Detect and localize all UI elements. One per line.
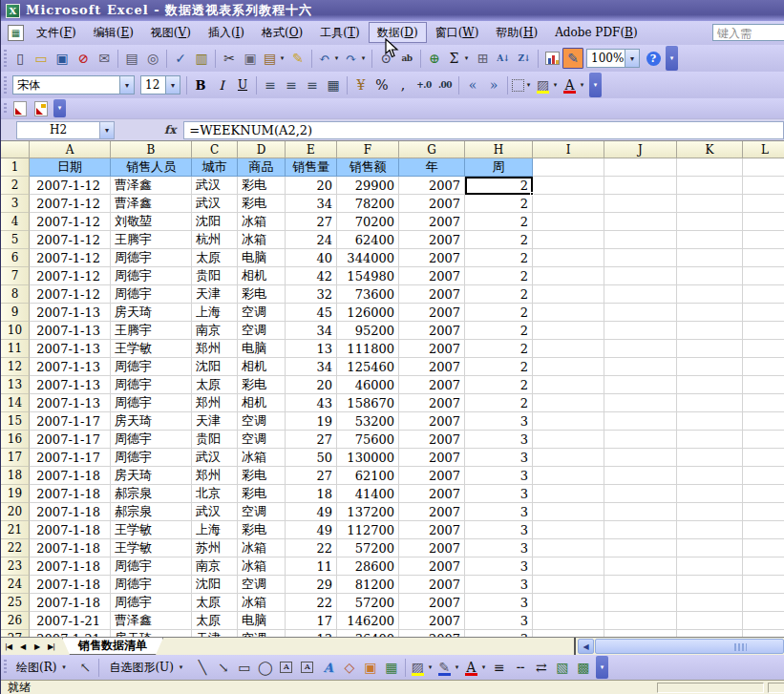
- cell-J1[interactable]: [604, 158, 677, 177]
- cell-B21[interactable]: 王学敏: [111, 521, 192, 539]
- cell-I7[interactable]: [533, 267, 604, 285]
- row-header-6[interactable]: 6: [1, 249, 30, 267]
- cell-D15[interactable]: 空调: [238, 412, 286, 431]
- cell-L6[interactable]: [743, 249, 784, 267]
- cell-H14[interactable]: 2: [465, 394, 533, 412]
- cell-B19[interactable]: 郝宗泉: [111, 485, 192, 503]
- cell-A11[interactable]: 2007-1-13: [30, 340, 111, 358]
- dropdown-arrow-icon[interactable]: ▾: [332, 54, 341, 62]
- cell-H19[interactable]: 3: [465, 485, 533, 503]
- cell-D25[interactable]: 冰箱: [238, 594, 286, 612]
- cell-J21[interactable]: [604, 521, 677, 539]
- toolbar-options-button[interactable]: ▾: [666, 46, 678, 71]
- cell-E20[interactable]: 49: [286, 503, 337, 521]
- cell-G5[interactable]: 2007: [399, 231, 465, 249]
- cell-H5[interactable]: 2: [465, 231, 533, 249]
- cell-C18[interactable]: 郑州: [192, 467, 238, 485]
- cell-B6[interactable]: 周德宇: [111, 249, 192, 267]
- cell-B4[interactable]: 刘敬堃: [111, 213, 192, 231]
- cell-C5[interactable]: 杭州: [192, 231, 238, 249]
- cell-G1[interactable]: 年: [399, 158, 465, 177]
- cell-F7[interactable]: 154980: [337, 267, 399, 285]
- cell-E3[interactable]: 34: [286, 195, 337, 213]
- underline-button[interactable]: U: [232, 74, 253, 95]
- cell-J17[interactable]: [604, 449, 677, 467]
- cell-J19[interactable]: [604, 485, 677, 503]
- row-header-11[interactable]: 11: [1, 340, 30, 358]
- cell-I26[interactable]: [533, 612, 604, 630]
- cell-H12[interactable]: 2: [465, 358, 533, 376]
- cell-J26[interactable]: [604, 612, 677, 630]
- row-header-14[interactable]: 14: [1, 394, 30, 412]
- cell-I21[interactable]: [533, 521, 604, 539]
- cell-H25[interactable]: 3: [465, 594, 533, 612]
- convert-and-email-pdf-button[interactable]: [31, 98, 52, 119]
- cell-E7[interactable]: 42: [286, 267, 337, 285]
- cell-K17[interactable]: [677, 449, 743, 467]
- cell-F6[interactable]: 344000: [337, 249, 399, 267]
- cell-H16[interactable]: 3: [465, 431, 533, 449]
- cell-G24[interactable]: 2007: [399, 576, 465, 594]
- sort-ascending-button[interactable]: A↓: [493, 48, 514, 69]
- cell-H3[interactable]: 2: [465, 195, 533, 213]
- cell-D27[interactable]: 空调: [238, 630, 286, 637]
- cell-L13[interactable]: [743, 376, 784, 394]
- cell-L12[interactable]: [743, 358, 784, 376]
- cell-C22[interactable]: 苏州: [192, 539, 238, 557]
- cell-E22[interactable]: 22: [286, 539, 337, 557]
- cell-E8[interactable]: 32: [286, 285, 337, 304]
- cell-A26[interactable]: 2007-1-21: [30, 612, 111, 630]
- scroll-left-icon[interactable]: ◀: [578, 639, 594, 654]
- cell-D2[interactable]: 彩电: [238, 177, 286, 195]
- cell-H21[interactable]: 3: [465, 521, 533, 539]
- cell-I22[interactable]: [533, 539, 604, 557]
- row-header-17[interactable]: 17: [1, 449, 30, 467]
- cell-I14[interactable]: [533, 394, 604, 412]
- menu-item[interactable]: 编辑(E): [85, 22, 142, 43]
- dropdown-arrow-icon[interactable]: ▾: [177, 663, 185, 671]
- row-header-18[interactable]: 18: [1, 467, 30, 485]
- cell-K22[interactable]: [677, 539, 743, 557]
- cell-G6[interactable]: 2007: [399, 249, 465, 267]
- row-header-22[interactable]: 22: [1, 539, 30, 557]
- cell-I20[interactable]: [533, 503, 604, 521]
- cell-A19[interactable]: 2007-1-18: [30, 485, 111, 503]
- cell-H4[interactable]: 2: [465, 213, 533, 231]
- cell-E13[interactable]: 20: [286, 376, 337, 394]
- cell-L27[interactable]: [743, 630, 784, 637]
- next-sheet-button[interactable]: ▶: [30, 638, 44, 655]
- cell-G11[interactable]: 2007: [399, 340, 465, 358]
- cell-D8[interactable]: 彩电: [238, 285, 286, 304]
- cell-H22[interactable]: 3: [465, 539, 533, 557]
- cell-H17[interactable]: 3: [465, 449, 533, 467]
- cell-D12[interactable]: 相机: [238, 358, 286, 376]
- cell-J16[interactable]: [604, 431, 677, 449]
- cell-H7[interactable]: 2: [465, 267, 533, 285]
- menu-item[interactable]: 窗口(W): [427, 22, 488, 43]
- cell-B10[interactable]: 王腾宇: [111, 322, 192, 340]
- cell-I18[interactable]: [533, 467, 604, 485]
- row-header-19[interactable]: 19: [1, 485, 30, 503]
- cell-E26[interactable]: 17: [286, 612, 337, 630]
- column-header-C[interactable]: C: [192, 141, 238, 158]
- cell-K16[interactable]: [677, 431, 743, 449]
- cell-A12[interactable]: 2007-1-13: [30, 358, 111, 376]
- tab-split-handle[interactable]: [574, 638, 576, 655]
- cell-B26[interactable]: 曹泽鑫: [111, 612, 192, 630]
- cell-G14[interactable]: 2007: [399, 394, 465, 412]
- clip-art-button[interactable]: ▣: [360, 657, 381, 678]
- menu-item[interactable]: 插入(I): [200, 22, 253, 43]
- cell-I3[interactable]: [533, 195, 604, 213]
- cell-E12[interactable]: 34: [286, 358, 337, 376]
- column-header-B[interactable]: B: [111, 141, 192, 158]
- cell-E2[interactable]: 20: [286, 177, 337, 195]
- cell-I1[interactable]: [533, 158, 604, 177]
- cell-E27[interactable]: 13: [286, 630, 337, 637]
- chart-wizard-button[interactable]: [541, 48, 562, 69]
- cell-F26[interactable]: 146200: [337, 612, 399, 630]
- cell-G13[interactable]: 2007: [399, 376, 465, 394]
- column-header-A[interactable]: A: [30, 141, 111, 158]
- cell-B14[interactable]: 周德宇: [111, 394, 192, 412]
- dropdown-arrow-icon[interactable]: ▾: [479, 663, 488, 671]
- cell-I27[interactable]: [533, 630, 604, 637]
